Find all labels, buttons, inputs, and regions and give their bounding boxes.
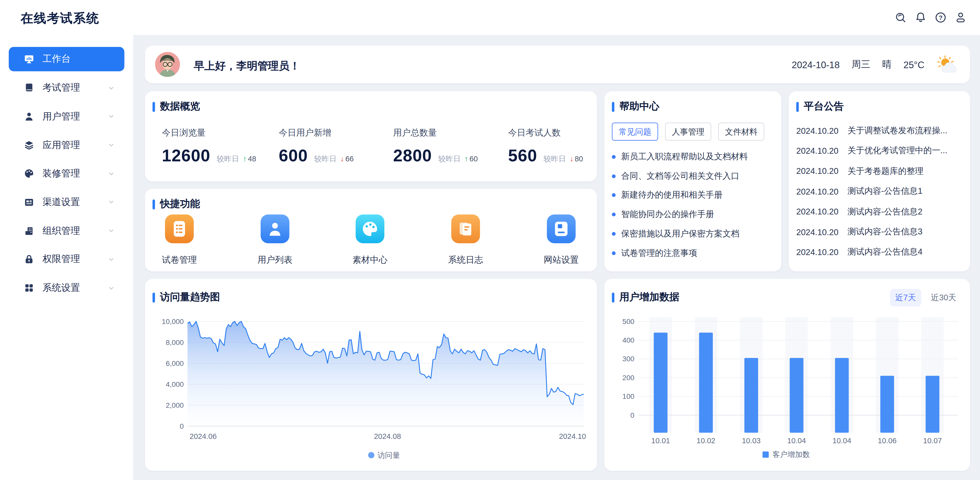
search-icon[interactable] [894,11,907,24]
stat-value: 600 [279,146,308,166]
tab-last-7-days[interactable]: 近7天 [890,289,921,306]
announcement-item[interactable]: 2024.10.20关于考卷题库的整理 [796,164,964,178]
stat-delta: 48 [248,155,256,163]
announcement-date: 2024.10.20 [796,207,841,217]
tab-faq[interactable]: 常见问题 [612,123,658,141]
card-title-text: 访问量趋势图 [160,291,220,304]
sidebar-item-decoration-management[interactable]: 装修管理 [9,161,124,186]
trend-arrow-icon: ↓ [340,155,344,163]
announcement-item[interactable]: 2024.10.20测试内容-公告信息3 [796,225,964,239]
announcement-text: 关于优化考试管理中的一... [848,145,947,156]
svg-text:10.07: 10.07 [923,436,942,445]
card-title: 帮助中心 [612,100,659,113]
svg-text:2024.08: 2024.08 [374,432,401,440]
quick-item-label: 用户列表 [258,255,293,266]
help-item-text: 智能协同办公的操作手册 [621,209,714,220]
sidebar-item-exam-management[interactable]: 考试管理 [9,76,124,100]
lock-icon [24,254,35,265]
help-list-item[interactable]: 智能协同办公的操作手册 [612,208,775,221]
topbar-actions: ? [894,11,967,24]
material-center-icon [355,214,384,243]
svg-text:10.03: 10.03 [742,436,761,445]
sidebar-item-label: 组织管理 [43,225,80,237]
greeting-card: 早上好，李明管理员！ 2024-10-18 周三 晴 25°C [145,46,970,83]
quick-item-user-list[interactable]: 用户列表 [247,214,303,266]
announcement-item[interactable]: 2024.10.20测试内容-公告信息4 [796,246,964,259]
help-item-text: 新建待办的使用和相关手册 [621,190,722,201]
quick-item-label: 网站设置 [544,255,579,266]
announcement-item[interactable]: 2024.10.20关于优化考试管理中的一... [796,144,964,158]
card-title: 访问量趋势图 [153,291,220,304]
stat-label: 今日考试人数 [508,128,583,139]
sun-cloud-icon [936,55,960,74]
book-icon [24,83,35,93]
sidebar-item-organization-management[interactable]: 组织管理 [9,218,124,243]
svg-text:400: 400 [622,336,635,344]
stat-label: 今日浏览量 [162,128,256,139]
sidebar-item-label: 工作台 [43,53,71,65]
site-settings-icon [547,214,576,243]
svg-text:0: 0 [180,422,184,430]
stat-value: 2800 [393,146,432,166]
tab-files[interactable]: 文件材料 [718,123,764,141]
sidebar-item-system-settings[interactable]: 系统设置 [9,276,124,300]
stat-label: 今日用户新增 [279,128,354,139]
chevron-down-icon [107,284,116,292]
announcement-text: 关于考卷题库的整理 [848,166,924,177]
chevron-down-icon [107,169,116,178]
stat-delta: 66 [345,155,354,163]
tab-last-30-days[interactable]: 近30天 [926,289,961,306]
announcement-item[interactable]: 2024.10.20测试内容-公告信息2 [796,205,964,218]
svg-text:10,000: 10,000 [162,317,184,325]
user-growth-card: 用户增加数据 近7天 近30天 010020030040050010.0110.… [605,279,970,471]
stat-today-examinees: 今日考试人数 560 较昨日 ↓ 80 [508,128,583,166]
exam-papers-icon [165,214,194,243]
bullet-icon [612,193,616,197]
avatar[interactable] [155,52,180,77]
quick-item-material-center[interactable]: 素材中心 [342,214,398,266]
date-weather: 2024-10-18 周三 晴 25°C [792,46,960,83]
help-icon[interactable]: ? [934,11,948,24]
quick-item-exam-papers[interactable]: 试卷管理 [151,214,207,266]
announcement-item[interactable]: 2024.10.20测试内容-公告信息1 [796,185,964,198]
sidebar-item-app-management[interactable]: 应用管理 [9,133,124,157]
help-list-item[interactable]: 保密措施以及用户保密方案文档 [612,228,775,240]
sidebar-item-channel-settings[interactable]: 渠道设置 [9,190,124,214]
bullet-icon [612,251,616,255]
date-text: 2024-10-18 [792,59,840,70]
sidebar-item-workbench[interactable]: 工作台 [9,47,124,72]
bullet-icon [612,155,616,159]
sidebar-item-label: 考试管理 [43,82,80,94]
help-list-item[interactable]: 新建待办的使用和相关手册 [612,189,775,201]
card-title-text: 帮助中心 [619,100,659,113]
card-title-text: 数据概览 [160,100,200,113]
quick-item-system-logs[interactable]: 系统日志 [438,214,493,266]
announcement-item[interactable]: 2024.10.20关于调整试卷发布流程操... [796,124,964,138]
stat-compare-label: 较昨日 [217,154,239,164]
svg-text:2024.10: 2024.10 [559,432,586,440]
help-list-item[interactable]: 合同、文档等公司相关文件入口 [612,170,775,183]
visits-trend-card: 访问量趋势图 02,0004,0006,0008,00010,0002024.0… [145,279,597,471]
user-icon[interactable] [954,11,967,24]
svg-text:访问量: 访问量 [377,451,400,459]
card-title: 快捷功能 [153,198,200,210]
sidebar-item-permission-management[interactable]: 权限管理 [9,247,124,271]
topbar: 在线考试系统 ? [0,0,980,35]
sidebar-item-user-management[interactable]: 用户管理 [9,104,124,129]
temperature-text: 25°C [904,59,924,70]
announcement-date: 2024.10.20 [796,187,841,196]
card-title-text: 用户增加数据 [619,291,679,304]
stat-compare-label: 较昨日 [438,154,461,164]
chevron-down-icon [107,141,116,149]
sidebar-item-label: 系统设置 [43,282,80,294]
bell-icon[interactable] [914,11,928,24]
help-list-item[interactable]: 新员工入职流程帮助以及文档材料 [612,151,775,163]
visits-trend-chart: 02,0004,0006,0008,00010,0002024.062024.0… [151,314,593,465]
tab-hr[interactable]: 人事管理 [665,123,711,141]
quick-item-site-settings[interactable]: 网站设置 [533,214,589,266]
help-list-item[interactable]: 试卷管理的注意事项 [612,247,775,259]
building-icon [24,225,35,236]
platform-announcements-card: 平台公告 2024.10.20关于调整试卷发布流程操... 2024.10.20… [789,91,970,271]
online-exam-dashboard: 在线考试系统 ? [0,0,980,480]
stat-delta: 60 [469,155,478,163]
